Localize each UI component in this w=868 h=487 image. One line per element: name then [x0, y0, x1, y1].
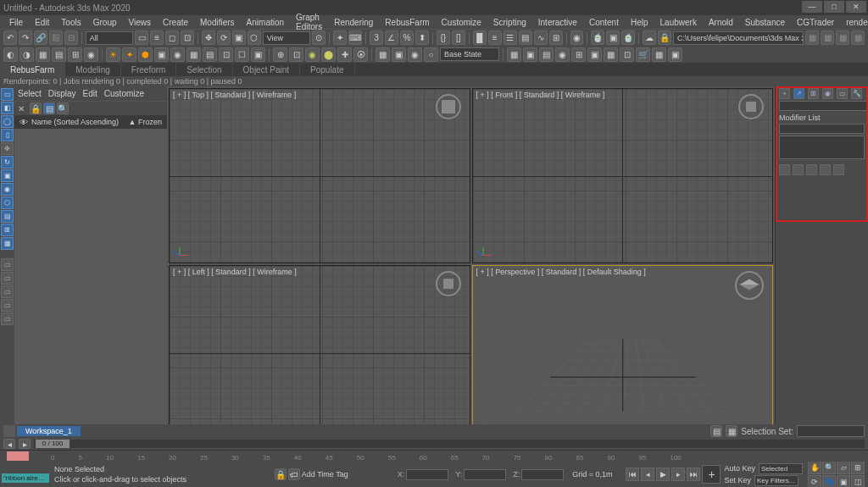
- menu-customize[interactable]: Customize: [436, 18, 487, 27]
- tb2-19[interactable]: ◉: [305, 47, 320, 62]
- ws-menu-button[interactable]: [3, 425, 15, 437]
- placement-button[interactable]: ⬡: [248, 30, 261, 45]
- rotate-button[interactable]: ⟳: [217, 30, 231, 45]
- nav-max-button[interactable]: ▣: [837, 475, 850, 488]
- ltool-g3[interactable]: ▭: [1, 285, 14, 298]
- tb2-14[interactable]: ⊡: [219, 47, 233, 62]
- schematic-button[interactable]: ⊞: [549, 30, 563, 45]
- window-maximize-button[interactable]: □: [824, 1, 844, 13]
- ltool-g4[interactable]: ▭: [1, 299, 14, 312]
- extra-2-button[interactable]: ▦: [821, 30, 834, 45]
- play-button[interactable]: ▶: [656, 468, 670, 481]
- tb2-1[interactable]: ◐: [3, 47, 18, 62]
- menu-interactive[interactable]: Interactive: [532, 18, 583, 27]
- render-setup-button[interactable]: 🍵: [591, 30, 604, 45]
- menu-tools[interactable]: Tools: [55, 18, 86, 27]
- tb2-28[interactable]: ▣: [523, 47, 537, 62]
- tb2-33[interactable]: ▦: [604, 47, 618, 62]
- ribbon-tab-populate[interactable]: Populate: [300, 63, 354, 76]
- viewport-top-label[interactable]: [ + ] [ Top ] [ Standard ] [ Wireframe ]: [173, 91, 296, 99]
- tb2-9[interactable]: ⬢: [138, 47, 153, 62]
- ltool-rot[interactable]: ↻: [1, 156, 14, 169]
- scene-tab-select[interactable]: Select: [18, 89, 42, 98]
- menu-scripting[interactable]: Scripting: [487, 18, 532, 27]
- material-editor-button[interactable]: ◉: [570, 30, 584, 45]
- tb2-5[interactable]: ⊞: [68, 47, 82, 62]
- scene-tab-edit[interactable]: Edit: [83, 89, 97, 98]
- time-ruler[interactable]: 0510152025303540455055606570758085909510…: [0, 450, 868, 462]
- nav-orbit-button[interactable]: ⟳: [808, 475, 821, 488]
- layers-button[interactable]: ☰: [504, 30, 517, 45]
- undo-button[interactable]: ↶: [3, 30, 17, 45]
- viewcube-persp[interactable]: [735, 271, 764, 300]
- nav-fov-button[interactable]: ▱: [837, 461, 850, 474]
- redo-button[interactable]: ↷: [19, 30, 32, 45]
- viewport-front-label[interactable]: [ + ] [ Front ] [ Standard ] [ Wireframe…: [476, 91, 605, 99]
- sel-set-btn-2[interactable]: ▦: [726, 425, 737, 437]
- ribbon-button[interactable]: ▤: [519, 30, 532, 45]
- time-next-button[interactable]: ▸: [19, 439, 31, 449]
- menu-edit[interactable]: Edit: [29, 18, 55, 27]
- angle-snap-button[interactable]: ∠: [385, 30, 398, 45]
- viewport-left[interactable]: [ + ] [ Left ] [ Standard ] [ Wireframe …: [169, 265, 470, 440]
- render-frame-button[interactable]: ▣: [606, 30, 620, 45]
- tb2-20[interactable]: ⬤: [321, 47, 336, 62]
- key-filters-dropdown[interactable]: Key Filters...: [754, 475, 798, 486]
- ribbon-tab-modeling[interactable]: Modeling: [65, 63, 121, 76]
- ruler-range-marker[interactable]: [7, 451, 29, 461]
- tb2-7[interactable]: ☀: [106, 47, 120, 62]
- time-tag-button[interactable]: 🏷: [288, 468, 300, 480]
- menu-file[interactable]: File: [3, 18, 29, 27]
- tb2-21[interactable]: ✚: [337, 47, 352, 62]
- menu-rendering[interactable]: Rendering: [328, 18, 379, 27]
- sel-set-btn-1[interactable]: ▤: [710, 425, 722, 437]
- menu-group[interactable]: Group: [87, 18, 123, 27]
- key-mode-button[interactable]: +: [702, 465, 721, 484]
- nav-walk-button[interactable]: 👣: [822, 475, 836, 488]
- tb2-11[interactable]: ◉: [170, 47, 185, 62]
- ltool-ex-2[interactable]: ⬡: [1, 196, 14, 209]
- cloud-button[interactable]: ☁: [643, 30, 656, 45]
- tb2-12[interactable]: ▦: [186, 47, 201, 62]
- ribbon-tab-selection[interactable]: Selection: [176, 63, 232, 76]
- tb2-3[interactable]: ▦: [36, 47, 50, 62]
- viewport-top[interactable]: [ + ] [ Top ] [ Standard ] [ Wireframe ]: [169, 88, 470, 263]
- manipulate-button[interactable]: ✦: [333, 30, 347, 45]
- menu-rebusfarm[interactable]: RebusFarm: [379, 18, 435, 27]
- ltool-ex-5[interactable]: ▦: [1, 237, 14, 250]
- set-key-label[interactable]: Set Key: [724, 476, 751, 484]
- viewport-left-label[interactable]: [ + ] [ Left ] [ Standard ] [ Wireframe …: [173, 268, 297, 276]
- base-state-dropdown[interactable]: Base State: [440, 47, 499, 61]
- mirror-button[interactable]: ▐▌: [473, 30, 487, 45]
- ltool-ex-3[interactable]: ▤: [1, 210, 14, 223]
- window-crossing-button[interactable]: ⊡: [181, 30, 194, 45]
- nav-zoom-button[interactable]: 🔍: [822, 461, 836, 474]
- coord-x-input[interactable]: [406, 469, 448, 480]
- ltool-g2[interactable]: ▭: [1, 272, 14, 285]
- tb2-10[interactable]: ▣: [154, 47, 169, 62]
- spinner-snap-button[interactable]: ⬍: [415, 30, 429, 45]
- viewport-perspective[interactable]: [ + ] [ Perspective ] [ Standard ] [ Def…: [472, 265, 774, 440]
- key-target-dropdown[interactable]: Selected: [759, 463, 803, 474]
- viewcube-front[interactable]: [738, 94, 764, 119]
- ltool-ex-1[interactable]: ◉: [1, 183, 14, 196]
- ltool-g1[interactable]: ▭: [1, 258, 14, 271]
- menu-substance[interactable]: Substance: [739, 18, 791, 27]
- ltool-select[interactable]: ▭: [1, 88, 14, 101]
- menu-arnold[interactable]: Arnold: [703, 18, 739, 27]
- tb2-35[interactable]: 🛒: [636, 47, 650, 62]
- ltool-box[interactable]: ◧: [1, 102, 14, 114]
- align-button[interactable]: ≡: [488, 30, 502, 45]
- scene-search-button[interactable]: 🔍: [57, 102, 69, 114]
- menu-renderbeamer[interactable]: renderBeamer: [840, 18, 868, 27]
- scene-tab-customize[interactable]: Customize: [104, 89, 144, 98]
- time-slider-handle[interactable]: 0 / 100: [36, 440, 70, 448]
- tb2-8[interactable]: ✦: [122, 47, 136, 62]
- tb2-4[interactable]: ▤: [52, 47, 66, 62]
- tb2-24[interactable]: ▣: [392, 47, 406, 62]
- tb2-29[interactable]: ▤: [539, 47, 554, 62]
- viewcube-top[interactable]: [436, 94, 461, 119]
- menu-animation[interactable]: Animation: [241, 18, 290, 27]
- selection-set-dropdown[interactable]: [797, 425, 865, 437]
- time-slider[interactable]: 0 / 100: [34, 440, 865, 448]
